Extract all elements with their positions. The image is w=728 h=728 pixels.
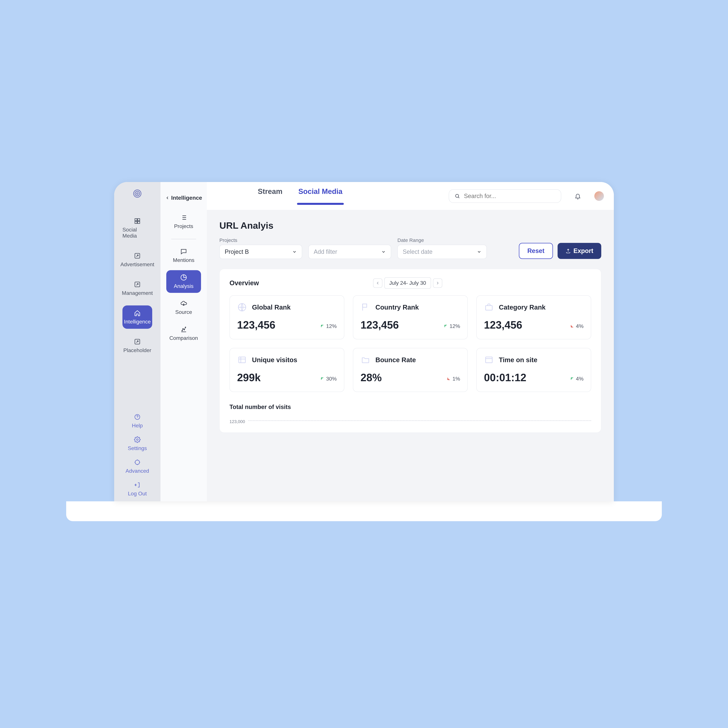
trend-up-icon xyxy=(320,376,325,381)
main-area: Stream Social Media URL Analyis xyxy=(207,182,614,501)
sidebar-item-label: Settings xyxy=(128,445,147,451)
stat-value: 28% xyxy=(361,372,382,384)
stat-card-bounce-rate: Bounce Rate 28%1% xyxy=(353,348,468,392)
sidebar-item-label: Advanced xyxy=(125,468,149,474)
svg-point-11 xyxy=(136,439,138,440)
y-axis-label: 123,000 xyxy=(229,419,245,424)
notifications-icon[interactable] xyxy=(575,193,581,199)
svg-rect-5 xyxy=(135,222,137,223)
flag-icon xyxy=(361,302,370,312)
stat-card-global-rank: Global Rank 123,45612% xyxy=(229,295,344,340)
divider xyxy=(171,239,196,239)
svg-point-2 xyxy=(136,193,138,194)
svg-point-12 xyxy=(135,460,140,465)
sidebar-item-label: Intelligence xyxy=(124,319,151,325)
search-input-wrapper[interactable] xyxy=(449,189,561,203)
back-link[interactable]: Intelligence xyxy=(165,194,202,201)
logo-icon xyxy=(132,189,142,199)
stat-title: Category Rank xyxy=(499,304,546,311)
sidebar-item-advanced[interactable]: Advanced xyxy=(122,456,152,477)
upload-icon xyxy=(566,248,571,254)
subnav-item-mentions[interactable]: Mentions xyxy=(166,244,201,267)
stat-title: Bounce Rate xyxy=(375,356,416,364)
briefcase-icon xyxy=(484,302,494,312)
users-icon xyxy=(237,355,247,365)
svg-rect-23 xyxy=(486,357,492,363)
sidebar-item-label: Advertisement xyxy=(121,262,154,268)
trend-up-icon xyxy=(443,324,448,329)
screen: Social Media Advertisement Management In… xyxy=(114,182,614,501)
overview-panel: Overview July 24- July 30 Global Rank xyxy=(219,269,601,433)
sidebar-item-settings[interactable]: Settings xyxy=(122,433,152,454)
sidebar-item-management[interactable]: Management xyxy=(122,277,152,300)
pie-icon xyxy=(180,274,187,281)
tab-stream[interactable]: Stream xyxy=(257,187,284,205)
laptop-base xyxy=(66,501,662,521)
trend-up-icon xyxy=(570,376,575,381)
logout-icon xyxy=(134,481,141,489)
reset-button[interactable]: Reset xyxy=(519,243,553,259)
chevron-left-icon xyxy=(375,281,380,285)
chevron-down-icon xyxy=(477,249,482,254)
stat-grid: Global Rank 123,45612% Country Rank 123,… xyxy=(229,295,591,392)
subnav-item-label: Mentions xyxy=(173,257,194,263)
help-icon xyxy=(134,413,141,421)
stat-value: 299k xyxy=(237,372,261,384)
export-button[interactable]: Export xyxy=(558,243,601,259)
sidebar-item-label: Help xyxy=(132,422,143,429)
filter-label: Projects xyxy=(219,237,302,243)
svg-rect-6 xyxy=(138,222,140,223)
topbar: Stream Social Media xyxy=(207,182,614,210)
sidebar-item-social-media[interactable]: Social Media xyxy=(122,213,152,243)
trend-up-icon xyxy=(320,324,325,329)
cloud-icon xyxy=(180,300,187,307)
stat-value: 123,456 xyxy=(237,319,275,331)
stat-trend: 12% xyxy=(443,323,460,329)
date-range-select[interactable]: Select date xyxy=(398,245,487,259)
subnav-item-projects[interactable]: Projects xyxy=(166,210,201,233)
subnav-item-comparison[interactable]: Comparison xyxy=(166,322,201,345)
svg-rect-21 xyxy=(486,306,492,310)
list-icon xyxy=(180,214,187,221)
trend-down-icon xyxy=(446,376,451,381)
stat-title: Country Rank xyxy=(375,304,419,311)
box-arrow-icon xyxy=(134,281,141,288)
app-root: Social Media Advertisement Management In… xyxy=(114,182,614,501)
tab-social-media[interactable]: Social Media xyxy=(297,187,344,205)
tab-label: Stream xyxy=(258,187,283,196)
secondary-sidebar: Intelligence Projects Mentions Analysis xyxy=(161,182,207,501)
filter-actions: Reset Export xyxy=(519,243,601,259)
projects-select[interactable]: Project B xyxy=(219,245,302,259)
button-label: Export xyxy=(574,247,593,254)
add-filter-select[interactable]: Add filter xyxy=(308,245,391,259)
date-prev-button[interactable] xyxy=(373,278,382,288)
box-arrow-icon xyxy=(134,252,141,259)
subnav-item-source[interactable]: Source xyxy=(166,296,201,319)
search-input[interactable] xyxy=(464,193,555,200)
date-range-button[interactable]: July 24- July 30 xyxy=(384,277,431,289)
subnav-item-analysis[interactable]: Analysis xyxy=(166,270,201,293)
primary-sidebar: Social Media Advertisement Management In… xyxy=(114,182,161,501)
stat-card-category-rank: Category Rank 123,4564% xyxy=(476,295,591,340)
sidebar-item-advertisement[interactable]: Advertisement xyxy=(122,248,152,272)
chevron-left-icon xyxy=(165,196,170,200)
chevron-down-icon xyxy=(292,249,297,254)
filter-add: . Add filter xyxy=(308,237,391,259)
sidebar-item-intelligence[interactable]: Intelligence xyxy=(122,306,152,329)
sidebar-item-logout[interactable]: Log Out xyxy=(122,479,152,499)
sidebar-item-label: Management xyxy=(122,290,153,296)
sidebar-item-placeholder[interactable]: Placeholder xyxy=(122,334,152,357)
grid-icon xyxy=(134,217,141,225)
chart-icon xyxy=(180,326,187,333)
subnav-item-label: Source xyxy=(175,309,192,315)
stat-trend: 4% xyxy=(570,323,584,329)
svg-rect-22 xyxy=(239,357,245,363)
svg-rect-4 xyxy=(138,219,140,221)
window-icon xyxy=(484,355,494,365)
avatar[interactable] xyxy=(594,191,604,201)
sidebar-item-help[interactable]: Help xyxy=(122,411,152,431)
svg-point-1 xyxy=(135,191,140,196)
date-next-button[interactable] xyxy=(433,278,442,288)
folder-icon xyxy=(361,355,370,365)
search-icon xyxy=(455,193,460,199)
